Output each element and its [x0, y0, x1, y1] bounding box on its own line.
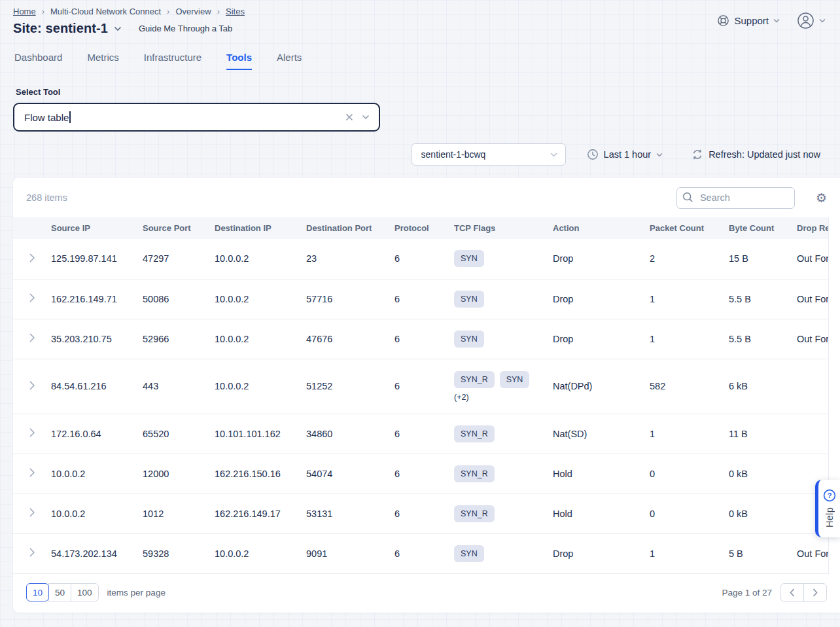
cell-drop-reason: Out For: [797, 239, 829, 279]
table-row: 10.0.0.2 12000 162.216.150.16 54074 6 SY…: [13, 454, 829, 493]
settings-gear-icon[interactable]: ⚙: [816, 192, 827, 204]
cell-action: Drop: [553, 279, 650, 319]
flow-table-card: 268 items ⚙ Source IP Source Port: [13, 178, 840, 613]
cell-tcp-flags: SYN_R: [454, 493, 553, 533]
cell-destination-port: 34860: [306, 414, 394, 454]
table-header-row: Source IP Source Port Destination IP Des…: [13, 217, 829, 239]
cell-protocol: 6: [394, 239, 454, 279]
col-destination-port: Destination Port: [306, 217, 394, 239]
cell-byte-count: 0 kB: [729, 493, 797, 533]
table-row: 54.173.202.134 59328 10.0.0.2 9091 6 SYN…: [13, 533, 829, 573]
cell-action: Drop: [553, 239, 650, 279]
cell-byte-count: 0 kB: [729, 454, 797, 493]
cell-destination-port: 53131: [306, 493, 394, 533]
cell-protocol: 6: [394, 533, 454, 573]
tcp-flag-badge: SYN_R: [454, 371, 495, 388]
row-expand-button[interactable]: [26, 505, 39, 522]
cell-byte-count: 5.5 B: [729, 279, 797, 319]
tab-alerts[interactable]: Alerts: [277, 52, 302, 70]
cell-protocol: 6: [394, 319, 454, 359]
col-packet-count: Packet Count: [650, 217, 729, 239]
cell-source-port: 50086: [143, 279, 215, 319]
cell-action: Nat(DPd): [553, 359, 650, 414]
cell-destination-ip: 10.0.0.2: [215, 533, 306, 573]
tcp-flag-badge: SYN_R: [454, 425, 495, 442]
col-drop-reason: Drop Reason: [797, 217, 829, 239]
row-expand-button[interactable]: [26, 425, 39, 442]
cell-drop-reason: [797, 414, 829, 454]
cell-source-ip: 172.16.0.64: [51, 414, 143, 454]
cell-source-port: 443: [143, 359, 215, 414]
tcp-flag-badge: SYN: [454, 250, 484, 267]
cell-drop-reason: Out For: [797, 319, 829, 359]
cell-source-port: 1012: [143, 493, 215, 533]
help-tab[interactable]: ? Help: [815, 480, 840, 537]
breadcrumb-separator: ›: [217, 7, 220, 16]
cell-source-ip: 54.173.202.134: [51, 533, 143, 573]
cell-byte-count: 11 B: [729, 414, 797, 454]
refresh-button[interactable]: Refresh: Updated just now: [691, 149, 820, 160]
user-menu[interactable]: [797, 12, 826, 29]
support-menu[interactable]: Support: [717, 14, 780, 27]
cell-tcp-flags: SYN: [454, 279, 553, 319]
tab-metrics[interactable]: Metrics: [87, 52, 118, 70]
next-page-button[interactable]: [803, 583, 827, 602]
row-expand-button[interactable]: [26, 378, 39, 395]
table-row: 162.216.149.71 50086 10.0.0.2 57716 6 SY…: [13, 279, 829, 319]
cell-destination-port: 54074: [306, 454, 394, 493]
time-range-select[interactable]: Last 1 hour: [587, 149, 663, 160]
support-label: Support: [734, 15, 769, 26]
cell-packet-count: 1: [650, 279, 729, 319]
cell-source-port: 12000: [143, 454, 215, 493]
breadcrumb-separator: ›: [167, 7, 169, 16]
tab-infrastructure[interactable]: Infrastructure: [144, 52, 201, 70]
row-expand-button[interactable]: [26, 545, 39, 562]
life-buoy-icon: [717, 14, 729, 27]
time-range-label: Last 1 hour: [604, 149, 652, 160]
breadcrumb: Home › Multi-Cloud Network Connect › Ove…: [13, 7, 824, 16]
refresh-status-label: Refresh: Updated just now: [709, 149, 820, 160]
page-size-100[interactable]: 100: [71, 583, 99, 601]
table-scroll-area[interactable]: Source IP Source Port Destination IP Des…: [13, 217, 829, 574]
cell-protocol: 6: [394, 493, 454, 533]
page-size-50[interactable]: 50: [48, 583, 71, 601]
col-source-port: Source Port: [143, 217, 215, 239]
cell-protocol: 6: [394, 414, 454, 454]
tcp-flag-badge: SYN_R: [454, 505, 495, 522]
cell-destination-ip: 162.216.150.16: [215, 454, 306, 493]
cell-action: Drop: [553, 319, 650, 359]
top-header: Home › Multi-Cloud Network Connect › Ove…: [0, 0, 840, 36]
breadcrumb-home[interactable]: Home: [13, 7, 36, 16]
cell-tcp-flags: SYN_R: [454, 454, 553, 493]
site-chevron-down-icon[interactable]: [114, 26, 122, 31]
cell-destination-port: 23: [306, 239, 394, 279]
table-row: 172.16.0.64 65520 10.101.101.162 34860 6…: [13, 414, 829, 454]
row-expand-button[interactable]: [26, 331, 39, 347]
breadcrumb-separator: ›: [42, 7, 44, 16]
guide-me-link[interactable]: Guide Me Through a Tab: [139, 24, 232, 33]
cell-source-port: 65520: [143, 414, 215, 454]
flags-more: (+2): [454, 393, 553, 402]
row-expand-button[interactable]: [26, 251, 39, 267]
row-expand-button[interactable]: [26, 291, 39, 307]
cell-packet-count: 582: [650, 359, 729, 414]
clear-icon[interactable]: [345, 113, 353, 121]
cell-tcp-flags: SYN_R: [454, 414, 553, 454]
row-expand-button[interactable]: [26, 465, 39, 482]
node-select-value: sentient-1-bcwq: [421, 149, 550, 160]
node-select[interactable]: sentient-1-bcwq: [411, 143, 566, 166]
tab-tools[interactable]: Tools: [226, 52, 252, 70]
cell-packet-count: 0: [650, 454, 729, 493]
page-size-10[interactable]: 10: [26, 583, 49, 601]
search-input[interactable]: [676, 187, 795, 209]
chevron-down-icon[interactable]: [362, 115, 370, 120]
prev-page-button[interactable]: [780, 583, 804, 602]
cell-source-ip: 125.199.87.141: [51, 239, 143, 279]
text-cursor: [69, 111, 71, 123]
breadcrumb-sites[interactable]: Sites: [226, 7, 245, 16]
cell-source-port: 59328: [143, 533, 215, 573]
tool-select-input[interactable]: Flow table: [13, 103, 380, 132]
col-byte-count: Byte Count: [729, 217, 797, 239]
tab-dashboard[interactable]: Dashboard: [14, 52, 62, 70]
tcp-flag-badge: SYN: [500, 371, 530, 388]
